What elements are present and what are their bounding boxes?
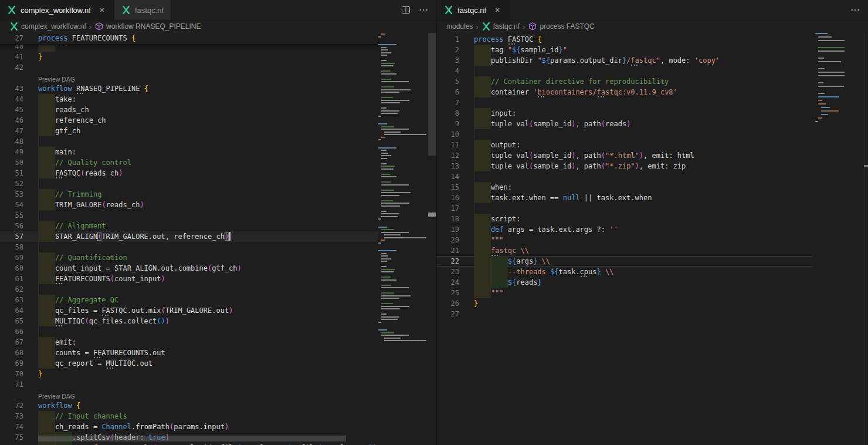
code-line[interactable]: 49main: — [0, 147, 378, 157]
code-line[interactable]: 22${args} \\ — [437, 256, 812, 267]
code-line[interactable]: 13tuple val(sample_id), path("*.zip"), e… — [437, 161, 812, 171]
vertical-scrollbar-thumb[interactable] — [428, 33, 436, 156]
codelens-row[interactable]: Preview DAG — [0, 390, 378, 400]
code-line[interactable]: 65MULTIQC(qc_files.collect()) — [0, 316, 378, 326]
code-line[interactable]: 5// Container directive for reproducibil… — [437, 76, 812, 87]
close-icon[interactable]: ✕ — [97, 5, 107, 15]
code-line[interactable]: 46reference_ch — [0, 115, 378, 126]
code-line[interactable]: 12tuple val(sample_id), path("*.html"), … — [437, 150, 812, 161]
breadcrumb-item-symbol[interactable]: workflow RNASEQ_PIPELINE — [94, 22, 201, 31]
minimap-bar — [381, 313, 386, 315]
code-line[interactable]: 27 — [437, 309, 812, 319]
minimap-bar — [381, 52, 391, 53]
code-line[interactable]: 1process FASTQC { — [437, 34, 812, 45]
code-line[interactable]: 53// Trimming — [0, 189, 378, 200]
code-token: container — [491, 88, 533, 96]
code-line[interactable]: 55 — [0, 210, 378, 221]
code-line[interactable]: 74ch_reads = Channel.fromPath(params.inp… — [0, 422, 378, 432]
code-token: ${ — [512, 46, 520, 54]
minimap-right[interactable] — [815, 33, 845, 445]
code-line[interactable]: 10 — [437, 129, 812, 140]
code-line[interactable]: 60count_input = STAR_ALIGN.out.combine(g… — [0, 263, 378, 274]
more-actions-icon[interactable]: ⋯ — [850, 5, 860, 15]
code-line[interactable]: 3publishDir "${params.output_dir}/fastqc… — [437, 55, 812, 66]
horizontal-scrollbar-thumb[interactable] — [38, 436, 346, 441]
code-line[interactable]: 9tuple val(sample_id), path(reads) — [437, 119, 812, 129]
code-line[interactable]: 62 — [0, 284, 378, 295]
code-editor-left[interactable]: 40"""41}42Preview DAG43workflow RNASEQ_P… — [0, 32, 436, 445]
code-line[interactable]: 7 — [437, 97, 812, 108]
code-line[interactable]: 61FEATURECOUNTS(count_input) — [0, 274, 378, 284]
code-line[interactable]: 63// Aggregate QC — [0, 295, 378, 305]
code-line[interactable]: 8input: — [437, 108, 812, 119]
breadcrumb-item-file[interactable]: complex_workflow.nf — [9, 22, 86, 31]
minimap-left[interactable] — [378, 33, 427, 445]
codelens-row[interactable]: Preview DAG — [0, 73, 378, 83]
tab-fastqc-right[interactable]: fastqc.nf ✕ — [437, 0, 510, 20]
code-line[interactable]: 59// Quantification — [0, 252, 378, 263]
split-editor-icon[interactable] — [401, 5, 411, 15]
code-line[interactable]: 43workflow RNASEQ_PIPELINE { — [0, 83, 378, 94]
code-line[interactable]: 11output: — [437, 140, 812, 150]
code-line[interactable]: 19def args = task.ext.args ?: '' — [437, 224, 812, 235]
code-token: Channel — [101, 423, 131, 431]
code-line[interactable]: 18script: — [437, 214, 812, 224]
code-line[interactable]: 70} — [0, 369, 378, 379]
code-line[interactable]: 52 — [0, 178, 378, 189]
code-line[interactable]: 72workflow { — [0, 400, 378, 411]
minimap-bar — [821, 107, 830, 108]
scrollbar-track[interactable] — [864, 32, 864, 445]
code-line[interactable]: 42 — [0, 62, 378, 73]
code-line[interactable]: 54TRIM_GALORE(reads_ch) — [0, 200, 378, 210]
code-line[interactable]: 15when: — [437, 182, 812, 193]
code-line[interactable]: 44take: — [0, 94, 378, 104]
code-line[interactable]: 25""" — [437, 288, 812, 298]
breadcrumb-item-symbol[interactable]: process FASTQC — [528, 22, 594, 31]
code-line[interactable]: 48 — [0, 136, 378, 147]
code-line[interactable]: 14 — [437, 171, 812, 182]
code-line[interactable]: 66 — [0, 326, 378, 337]
minimap-bar — [381, 92, 399, 93]
code-line[interactable]: 24${reads} — [437, 277, 812, 288]
more-actions-icon[interactable]: ⋯ — [419, 5, 428, 15]
line-text: task.ext.when == null || task.ext.when — [474, 193, 812, 203]
code-line[interactable]: 56// Alignment — [0, 221, 378, 231]
code-line[interactable]: 17 — [437, 203, 812, 214]
code-line[interactable]: 47gtf_ch — [0, 126, 378, 136]
code-line[interactable]: 58 — [0, 242, 378, 252]
close-icon[interactable]: ✕ — [493, 5, 502, 15]
code-line[interactable]: 41} — [0, 52, 378, 62]
code-line[interactable]: 23--threads ${task.cpus} \\ — [437, 267, 812, 277]
code-line[interactable]: 20""" — [437, 235, 812, 245]
code-line[interactable]: 4 — [437, 66, 812, 76]
code-editor-right[interactable]: 1process FASTQC {2tag "${sample_id}"3pub… — [437, 32, 868, 445]
line-text — [474, 129, 812, 140]
code-line[interactable]: 69qc_report = MULTIQC.out — [0, 358, 378, 369]
line-number: 53 — [0, 189, 23, 200]
code-line[interactable]: 64qc_files = FASTQC.out.mix(TRIM_GALORE.… — [0, 305, 378, 316]
code-line[interactable]: 6container 'biocontainers/fastqc:v0.11.9… — [437, 87, 812, 97]
code-line[interactable]: 27process FEATURECOUNTS { — [0, 33, 378, 43]
line-text — [474, 66, 812, 76]
code-line[interactable]: 45reads_ch — [0, 104, 378, 115]
code-line[interactable]: 67emit: — [0, 337, 378, 348]
code-line[interactable]: 16task.ext.when == null || task.ext.when — [437, 193, 812, 203]
code-line[interactable]: 26} — [437, 298, 812, 309]
code-line[interactable]: 50// Quality control — [0, 157, 378, 168]
breadcrumb-item-file[interactable]: fastqc.nf — [482, 22, 520, 31]
code-line[interactable]: 57STAR_ALIGN(TRIM_GALORE.out, reference_… — [0, 231, 378, 242]
code-line[interactable]: 73// Input channels — [0, 411, 378, 422]
codelens-preview-dag[interactable]: Preview DAG — [38, 390, 75, 400]
sticky-scroll-header[interactable]: 27process FEATURECOUNTS { — [0, 32, 378, 45]
code-line[interactable]: 51FASTQC(reads_ch) — [0, 168, 378, 178]
minimap-bar — [384, 234, 401, 235]
code-line[interactable]: 2tag "${sample_id}" — [437, 45, 812, 55]
code-line[interactable]: 76.map { row -> tuple(row.sample_id, fil… — [0, 443, 378, 445]
code-line[interactable]: 68counts = FEATURECOUNTS.out — [0, 348, 378, 358]
codelens-preview-dag[interactable]: Preview DAG — [38, 73, 75, 83]
tab-complex-workflow[interactable]: complex_workflow.nf ✕ — [0, 0, 114, 20]
tab-fastqc-left[interactable]: fastqc.nf — [114, 0, 171, 20]
code-line[interactable]: 71 — [0, 379, 378, 390]
code-line[interactable]: 21fastqc \\ — [437, 245, 812, 256]
breadcrumb-item-folder[interactable]: modules — [446, 22, 473, 31]
